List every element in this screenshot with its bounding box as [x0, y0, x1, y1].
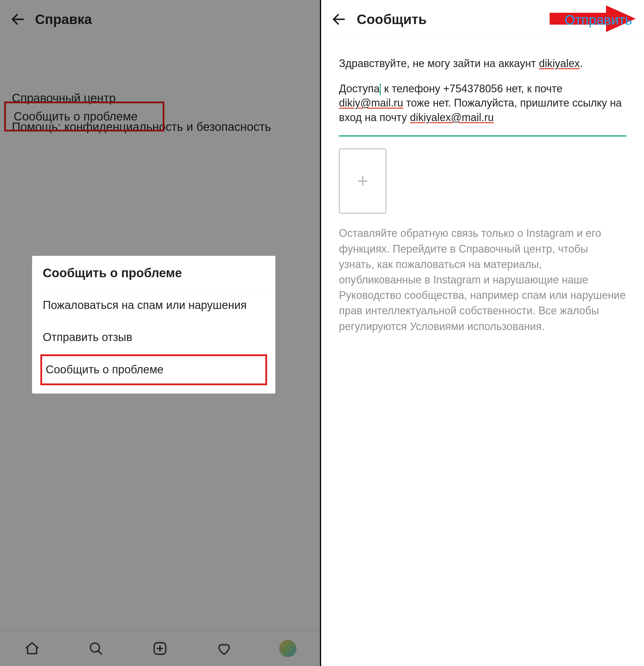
- message-text: Здравствуйте, не могу зайти на аккаунт: [339, 57, 539, 69]
- report-body: Здравствуйте, не могу зайти на аккаунт d…: [321, 39, 644, 334]
- report-modal: Сообщить о проблеме Пожаловаться на спам…: [32, 256, 275, 393]
- message-input[interactable]: Здравствуйте, не могу зайти на аккаунт d…: [339, 56, 626, 125]
- text-cursor: [380, 83, 381, 95]
- help-screen: Справка Сообщить о проблеме Справочный ц…: [0, 0, 321, 666]
- send-button[interactable]: Отправить: [564, 12, 632, 28]
- report-form-screen: Сообщить Отправить Здравствуйте, не могу…: [321, 0, 644, 666]
- spell-username: dikiyalex: [539, 57, 580, 69]
- bottom-nav: [0, 630, 320, 666]
- info-text: Оставляйте обратную связь только о Insta…: [339, 226, 626, 334]
- right-header: Сообщить Отправить: [321, 0, 644, 39]
- profile-icon[interactable]: [279, 639, 297, 658]
- modal-item-report[interactable]: Сообщить о проблеме: [42, 356, 265, 383]
- input-underline: [339, 135, 626, 137]
- message-text: Доступа: [339, 83, 380, 95]
- modal-item-feedback[interactable]: Отправить отзыв: [32, 321, 275, 353]
- add-attachment-button[interactable]: +: [339, 148, 386, 214]
- svg-line-2: [98, 651, 102, 654]
- search-icon[interactable]: [87, 639, 105, 658]
- add-post-icon[interactable]: [151, 639, 169, 658]
- spell-email2: dikiyalex@mail.ru: [410, 111, 494, 123]
- home-icon[interactable]: [23, 639, 41, 658]
- message-text: .: [580, 57, 583, 69]
- modal-title: Сообщить о проблеме: [32, 256, 275, 290]
- plus-icon: +: [357, 168, 368, 194]
- back-icon[interactable]: [330, 11, 348, 28]
- message-text: к телефону +754378056 нет, к почте: [381, 83, 562, 95]
- highlight-modal-report: Сообщить о проблеме: [40, 354, 267, 385]
- spell-email1: dikiy@mail.ru: [339, 97, 403, 109]
- page-title: Сообщить: [357, 11, 427, 27]
- modal-item-spam[interactable]: Пожаловаться на спам или нарушения: [32, 290, 275, 321]
- activity-icon[interactable]: [215, 639, 233, 658]
- avatar: [279, 640, 296, 657]
